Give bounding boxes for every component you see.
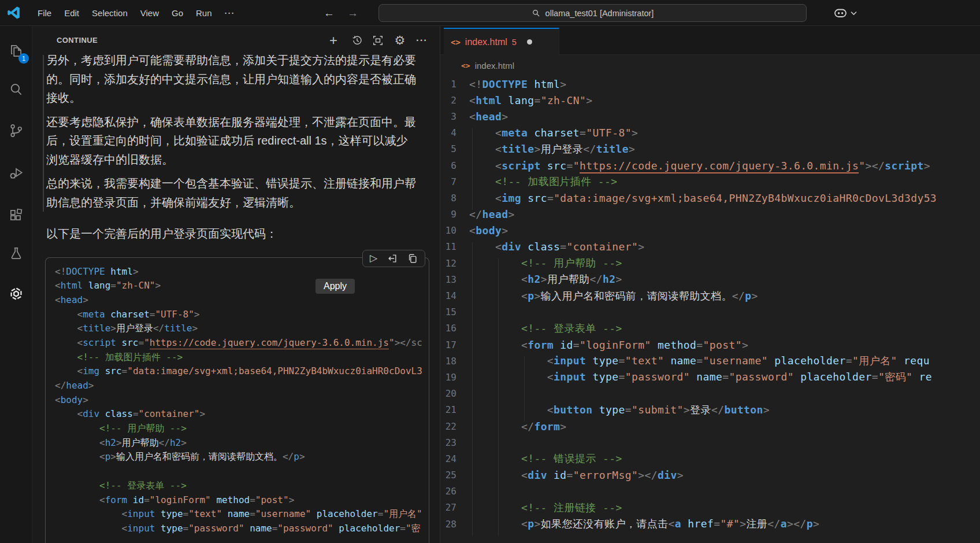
code-line[interactable]: 15 [440, 304, 980, 320]
continue-panel-header: CONTINUE + ⚙ ··· [32, 26, 440, 55]
line-content: <body> [469, 224, 508, 237]
code-line[interactable]: 1<!DOCTYPE html> [440, 76, 980, 92]
line-content: <!-- 加载图片插件 --> [469, 175, 618, 189]
panel-code-line: <!-- 加载图片插件 --> [55, 350, 429, 365]
code-line[interactable]: 27 <!-- 注册链接 --> [440, 500, 980, 516]
line-content: <div id="errorMsg"></div> [469, 469, 684, 481]
line-content: <html lang="zh-CN"> [469, 94, 593, 106]
navigate-forward-icon[interactable]: → [347, 7, 358, 20]
line-number: 20 [440, 388, 463, 399]
menu-go[interactable]: Go [165, 5, 190, 21]
copilot-menu[interactable] [834, 0, 857, 26]
code-line[interactable]: 23 [440, 434, 980, 450]
line-content: <form id="loginForm" method="post"> [469, 339, 748, 351]
unsaved-dot-icon[interactable] [527, 39, 532, 45]
tab-index-html[interactable]: <> index.html 5 [444, 28, 559, 55]
code-line[interactable]: 14 <p>输入用户名和密码前，请阅读帮助文档。</p> [440, 287, 980, 304]
gear-icon[interactable]: ⚙ [393, 34, 407, 47]
fullscreen-icon[interactable] [371, 34, 385, 47]
code-line[interactable]: 17 <form id="loginForm" method="post"> [440, 337, 980, 353]
sidebar-item-search[interactable] [5, 78, 28, 101]
code-line[interactable]: 10<body> [440, 223, 980, 239]
code-line[interactable]: 3<head> [440, 108, 980, 124]
line-number: 9 [440, 209, 463, 220]
code-line[interactable]: 18 <input type="text" name="username" pl… [440, 353, 980, 369]
code-line[interactable]: 21 <button type="submit">登录</button> [440, 402, 980, 418]
copy-code-icon[interactable] [407, 253, 418, 264]
panel-code-line: <html lang="zh-CN"> [55, 279, 429, 293]
continue-hexagon-icon [8, 285, 25, 302]
sidebar-item-continue[interactable] [5, 282, 28, 305]
breadcrumb[interactable]: <> index.html [440, 55, 980, 76]
sidebar-item-run-debug[interactable] [5, 162, 28, 185]
menu-selection[interactable]: Selection [86, 5, 134, 21]
apply-button[interactable]: Apply [315, 279, 355, 294]
line-number: 21 [440, 404, 463, 415]
line-content: <!DOCTYPE html> [469, 78, 567, 90]
menu-file[interactable]: File [31, 5, 58, 21]
panel-code-line: <h2>用户帮助</h2> [55, 436, 429, 450]
panel-code-line: </head> [55, 379, 429, 393]
sidebar-item-explorer[interactable]: 1 [5, 39, 28, 62]
line-content: </head> [469, 208, 515, 220]
search-view-icon [8, 82, 24, 98]
menu-view[interactable]: View [134, 5, 165, 21]
reasoning-block: 另外，考虑到用户可能需要帮助信息，添加关于提交方法的提示是有必要的。同时，添加友… [43, 55, 440, 212]
code-line[interactable]: 22 </form> [440, 418, 980, 434]
code-line[interactable]: 19 <input type="password" name="password… [440, 369, 980, 385]
line-number: 17 [440, 339, 463, 350]
line-number: 2 [440, 95, 463, 106]
command-center-search[interactable]: ollama_test01 [Administrator] [378, 4, 807, 22]
code-line[interactable]: 6 <script src="https://code.jquery.com/j… [440, 157, 980, 173]
line-content: <img src="data:image/svg+xml;base64,PHN2… [469, 192, 937, 204]
vscode-logo-icon [7, 6, 21, 20]
menu-run[interactable]: Run [190, 5, 218, 21]
code-line[interactable]: 7 <!-- 加载图片插件 --> [440, 173, 980, 190]
line-number: 10 [440, 225, 463, 236]
menu-more-icon[interactable]: ··· [218, 5, 242, 21]
code-line[interactable]: 5 <title>用户登录</title> [440, 141, 980, 157]
code-line[interactable]: 28 <p>如果您还没有账户，请点击<a href="#">注册</a></p> [440, 516, 980, 532]
sidebar-item-source-control[interactable] [5, 119, 28, 142]
line-number: 5 [440, 143, 463, 154]
code-line[interactable]: 20 [440, 386, 980, 402]
beaker-icon [8, 245, 24, 261]
code-line[interactable]: 25 <div id="errorMsg"></div> [440, 467, 980, 483]
code-line[interactable]: 12 <!-- 用户帮助 --> [440, 255, 980, 271]
response-intro: 以下是一个完善后的用户登录页面实现代码： [46, 224, 417, 243]
chat-code-lines[interactable]: <!DOCTYPE html><html lang="zh-CN"><head>… [55, 265, 429, 536]
line-number: 1 [440, 79, 463, 90]
sidebar-item-extensions[interactable] [5, 204, 28, 227]
insert-at-cursor-icon[interactable] [387, 253, 398, 264]
menu-edit[interactable]: Edit [58, 5, 86, 21]
panel-code-line: <script src="https://code.jquery.com/jqu… [55, 336, 429, 350]
editor-code-area[interactable]: 1<!DOCTYPE html>2<html lang="zh-CN">3<he… [440, 76, 980, 543]
panel-code-line: <img src="data:image/svg+xml;base64,PHN2… [55, 364, 429, 379]
panel-code-line: <form id="loginForm" method="post"> [55, 493, 429, 508]
code-line[interactable]: 26 [440, 483, 980, 500]
html-file-icon: <> [461, 61, 470, 70]
code-line[interactable]: 24 <!-- 错误提示 --> [440, 450, 980, 467]
run-code-icon[interactable]: ▷ [370, 253, 377, 263]
breadcrumb-file[interactable]: index.html [475, 61, 514, 71]
reasoning-paragraph: 还要考虑隐私保护，确保表单数据在服务器端处理，不泄露在页面中。最后，设置重定向的… [46, 113, 417, 169]
history-icon[interactable] [350, 34, 364, 47]
line-content: <div class="container"> [469, 241, 644, 253]
new-session-icon[interactable]: + [326, 34, 340, 47]
chat-code-block: ▷ Apply <!DOCTYPE h [45, 257, 429, 543]
panel-more-icon[interactable]: ··· [415, 34, 429, 47]
code-line[interactable]: 9</head> [440, 206, 980, 223]
code-line[interactable]: 11 <div class="container"> [440, 239, 980, 255]
code-line[interactable]: 4 <meta charset="UTF-8"> [440, 125, 980, 141]
debug-play-bug-icon [8, 165, 24, 182]
code-line[interactable]: 16 <!-- 登录表单 --> [440, 320, 980, 337]
line-number: 16 [440, 323, 463, 334]
line-content: <!-- 登录表单 --> [469, 322, 622, 335]
sidebar-item-testing[interactable] [5, 242, 28, 265]
line-number: 23 [440, 437, 463, 448]
code-line[interactable]: 13 <h2>用户帮助</h2> [440, 271, 980, 287]
code-line[interactable]: 8 <img src="data:image/svg+xml;base64,PH… [440, 190, 980, 206]
code-line[interactable]: 2<html lang="zh-CN"> [440, 92, 980, 108]
navigate-back-icon[interactable]: ← [324, 7, 335, 20]
line-content: <!-- 注册链接 --> [469, 501, 622, 515]
